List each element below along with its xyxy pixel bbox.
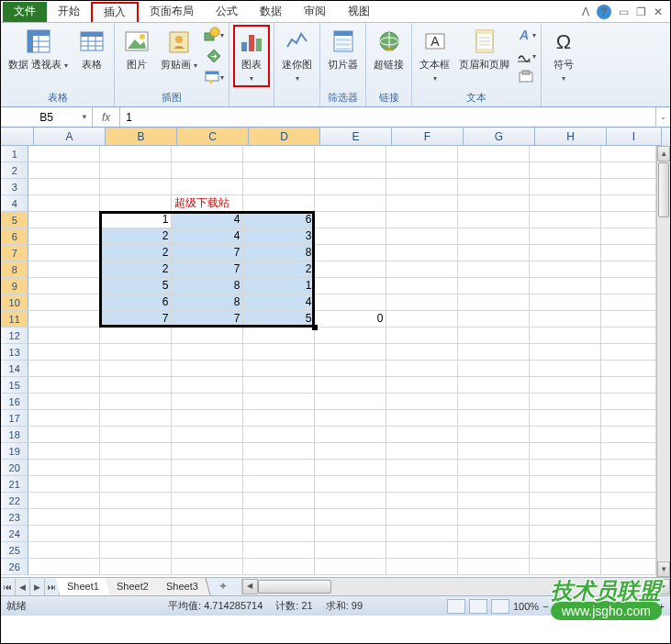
cell-F19[interactable]	[386, 443, 458, 460]
cell-E18[interactable]	[315, 427, 386, 443]
cell-A20[interactable]	[28, 460, 100, 476]
sheet-tab-3[interactable]: Sheet3	[154, 578, 210, 595]
cell-E25[interactable]	[315, 542, 386, 559]
row-header-20[interactable]: 20	[1, 460, 28, 476]
cell-H8[interactable]	[530, 261, 601, 278]
cell-A1[interactable]	[28, 146, 100, 162]
cell-I25[interactable]	[601, 542, 656, 559]
cell-B11[interactable]: 7	[100, 311, 172, 328]
cell-A3[interactable]	[28, 179, 100, 195]
tab-file[interactable]: 文件	[3, 2, 47, 22]
cell-A10[interactable]	[28, 294, 100, 311]
vertical-scrollbar[interactable]: ▲ ▼	[656, 146, 670, 577]
row-header-3[interactable]: 3	[1, 179, 28, 195]
cell-B13[interactable]	[100, 344, 172, 361]
cell-G24[interactable]	[458, 526, 530, 542]
row-header-21[interactable]: 21	[1, 476, 28, 493]
row-header-4[interactable]: 4	[1, 195, 28, 212]
cell-A8[interactable]	[28, 261, 100, 278]
cell-A6[interactable]	[28, 228, 100, 245]
cell-H25[interactable]	[530, 542, 601, 559]
symbol-button[interactable]: Ω 符号▾	[545, 25, 582, 87]
cell-H16[interactable]	[530, 394, 601, 410]
cell-E26[interactable]	[315, 559, 386, 575]
cell-G26[interactable]	[458, 559, 530, 575]
cell-C16[interactable]	[172, 394, 243, 410]
chart-button[interactable]: 图表▾	[233, 25, 270, 87]
cell-I19[interactable]	[601, 443, 656, 460]
cell-D15[interactable]	[243, 377, 315, 394]
cell-B8[interactable]: 2	[100, 261, 172, 278]
cell-H24[interactable]	[530, 526, 601, 542]
cell-C4[interactable]: 超级下载站	[172, 195, 243, 212]
cell-I1[interactable]	[601, 146, 656, 162]
row-header-15[interactable]: 15	[1, 377, 28, 394]
cell-A15[interactable]	[28, 377, 100, 394]
cells-area[interactable]: 超级下载站1462432782725816847750	[28, 146, 656, 577]
cell-A14[interactable]	[28, 361, 100, 377]
row-header-24[interactable]: 24	[1, 526, 28, 542]
cell-I26[interactable]	[601, 559, 656, 575]
tab-view[interactable]: 视图	[337, 2, 381, 22]
row-header-12[interactable]: 12	[1, 328, 28, 344]
cell-D16[interactable]	[243, 394, 315, 410]
cell-D4[interactable]	[243, 195, 315, 212]
cell-G18[interactable]	[458, 427, 530, 443]
tab-home[interactable]: 开始	[47, 2, 91, 22]
cell-I3[interactable]	[601, 179, 656, 195]
cell-F26[interactable]	[386, 559, 458, 575]
header-footer-button[interactable]: 页眉和页脚	[455, 25, 513, 72]
row-header-2[interactable]: 2	[1, 162, 28, 179]
cell-E24[interactable]	[315, 526, 386, 542]
cell-A21[interactable]	[28, 476, 100, 493]
cell-B14[interactable]	[100, 361, 172, 377]
object-button[interactable]	[515, 67, 537, 87]
select-all-corner[interactable]	[1, 128, 34, 146]
cell-F3[interactable]	[386, 179, 458, 195]
cell-C3[interactable]	[172, 179, 243, 195]
cell-F6[interactable]	[386, 228, 458, 245]
cell-E9[interactable]	[315, 278, 386, 294]
cell-E21[interactable]	[315, 476, 386, 493]
cell-D8[interactable]: 2	[243, 261, 315, 278]
cell-A18[interactable]	[28, 427, 100, 443]
cell-C26[interactable]	[172, 559, 243, 575]
cell-G16[interactable]	[458, 394, 530, 410]
cell-H11[interactable]	[530, 311, 601, 328]
cell-B21[interactable]	[100, 476, 172, 493]
tab-review[interactable]: 审阅	[293, 2, 337, 22]
cell-F14[interactable]	[386, 361, 458, 377]
restore-icon[interactable]: ❐	[636, 6, 646, 18]
cell-B24[interactable]	[100, 526, 172, 542]
cell-E14[interactable]	[315, 361, 386, 377]
col-header-a[interactable]: A	[34, 128, 106, 146]
cell-B6[interactable]: 2	[100, 228, 172, 245]
cell-F10[interactable]	[386, 294, 458, 311]
cell-H5[interactable]	[530, 212, 601, 228]
cell-I5[interactable]	[601, 212, 656, 228]
cell-C9[interactable]: 8	[172, 278, 243, 294]
cell-F24[interactable]	[386, 526, 458, 542]
cell-B25[interactable]	[100, 542, 172, 559]
cell-H3[interactable]	[530, 179, 601, 195]
formula-expand-button[interactable]: ⌄	[655, 107, 670, 127]
cell-B12[interactable]	[100, 328, 172, 344]
cell-B4[interactable]	[100, 195, 172, 212]
row-header-6[interactable]: 6	[1, 228, 28, 245]
cell-B10[interactable]: 6	[100, 294, 172, 311]
cell-A4[interactable]	[28, 195, 100, 212]
cell-B16[interactable]	[100, 394, 172, 410]
cell-B5[interactable]: 1	[100, 212, 172, 228]
cell-I21[interactable]	[601, 476, 656, 493]
cell-F25[interactable]	[386, 542, 458, 559]
cell-E3[interactable]	[315, 179, 386, 195]
cell-C6[interactable]: 4	[172, 228, 243, 245]
cell-H19[interactable]	[530, 443, 601, 460]
sheet-tab-2[interactable]: Sheet2	[105, 578, 161, 595]
cell-G10[interactable]	[458, 294, 530, 311]
cell-F12[interactable]	[386, 328, 458, 344]
cell-F20[interactable]	[386, 460, 458, 476]
cell-I14[interactable]	[601, 361, 656, 377]
cell-A24[interactable]	[28, 526, 100, 542]
cell-I6[interactable]	[601, 228, 656, 245]
